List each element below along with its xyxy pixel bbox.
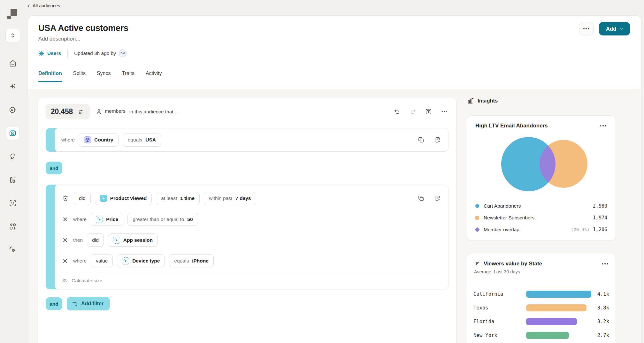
page-title[interactable]: USA Active customers [38, 23, 128, 33]
event-cursor-icon [122, 257, 129, 264]
did-label: did [92, 237, 99, 243]
calculate-size-label: Calculate size [72, 278, 103, 284]
condition-row-event: did Product viewed [55, 187, 448, 209]
event-cursor-icon [113, 237, 120, 244]
duplicate-condition-button[interactable] [417, 136, 425, 144]
builder-more-button[interactable] [440, 107, 448, 116]
entity-label: Users [47, 50, 61, 56]
operator-chip-equals-usa[interactable]: equals USA [123, 133, 161, 147]
audiences-icon [9, 129, 17, 137]
workspace-switcher[interactable] [5, 28, 20, 43]
operator-text: equals [174, 258, 189, 264]
operator-chip-gte-50[interactable]: greater than or equal to 50 [127, 213, 198, 226]
sidebar-item-identity[interactable] [6, 197, 19, 210]
did-chip[interactable]: did [87, 233, 104, 247]
window-text: within past [209, 195, 232, 201]
ellipsis-icon [441, 108, 448, 115]
calculate-size-button[interactable]: Calculate size [55, 272, 448, 289]
tab-traits[interactable]: Traits [122, 71, 134, 82]
tab-splits[interactable]: Splits [73, 71, 86, 82]
legend-label: Cart Abandoners [484, 203, 521, 209]
tab-definition[interactable]: Definition [38, 71, 62, 82]
tab-activity[interactable]: Activity [146, 71, 162, 82]
remove-condition-button[interactable] [61, 257, 69, 265]
value-chip[interactable]: value [91, 254, 113, 267]
sidebar-item-audiences[interactable] [6, 127, 19, 140]
value-label: value [96, 258, 108, 264]
legend-row: Newsletter Subscribers 1,974 [475, 212, 607, 224]
sidebar-item-home[interactable] [6, 57, 19, 70]
dot [583, 28, 585, 29]
description-placeholder[interactable]: Add description... [38, 36, 80, 42]
save-as-note-button[interactable] [433, 136, 442, 144]
bars-card-title: Viewers value by State [484, 261, 542, 267]
person-icon [96, 108, 102, 115]
bar-label: Texas [473, 305, 526, 311]
bar-florida [526, 318, 577, 325]
bar-row: Florida 3.2k [473, 315, 609, 328]
members-link[interactable]: members [105, 108, 126, 115]
sidebar-item-ai[interactable] [6, 80, 19, 93]
remove-condition-button[interactable] [61, 236, 69, 244]
add-filter-button[interactable]: Add filter [67, 297, 110, 310]
ai-sparkle-icon [9, 82, 17, 91]
event-cursor-icon [96, 216, 103, 223]
header-more-button[interactable] [579, 22, 594, 35]
duplicate-condition-button[interactable] [417, 194, 425, 202]
sidebar-item-journeys[interactable] [6, 103, 19, 116]
bar-label: California [473, 291, 526, 297]
chip-label: Country [94, 137, 113, 143]
bars-card-more-button[interactable] [601, 262, 610, 266]
property-chip-country[interactable]: Country [79, 133, 118, 147]
note-plus-icon [434, 136, 441, 143]
bars-card-subtitle: Average, Last 30 days [474, 269, 609, 274]
save-as-note-button[interactable] [433, 194, 442, 202]
property-chip-device-type[interactable]: Device type [117, 254, 165, 267]
and-connector-bottom[interactable]: and [46, 297, 62, 310]
operator-text: greater than or equal to [133, 217, 184, 222]
avatar: DM [119, 50, 126, 57]
divider [67, 49, 68, 58]
redo-button[interactable] [409, 107, 417, 116]
sidebar-item-integrations[interactable] [6, 220, 19, 233]
condition-row-app-session: then did [55, 230, 448, 250]
event-chip-product-viewed[interactable]: Product viewed [95, 192, 152, 205]
sidebar-item-traits[interactable] [6, 150, 19, 163]
did-chip[interactable]: did [74, 192, 91, 205]
home-icon [9, 59, 17, 67]
property-chip-price[interactable]: Price [91, 213, 123, 226]
bar-new-york [526, 332, 569, 339]
chip-label: Price [106, 217, 118, 222]
time-window-chip[interactable]: within past 7 days [204, 192, 256, 205]
event-cursor-icon [100, 195, 107, 202]
entity-users-link[interactable]: Users [38, 50, 61, 57]
legend-label: Member overlap [484, 227, 519, 232]
undo-button[interactable] [393, 107, 402, 116]
row-prefix: then [73, 237, 83, 243]
tab-syncs[interactable]: Syncs [97, 71, 111, 82]
venn-card-more-button[interactable] [599, 124, 608, 128]
remove-condition-button[interactable] [61, 216, 69, 223]
workspace: 20,458 members in this audience that [28, 89, 641, 343]
delete-group-button[interactable] [61, 194, 70, 202]
chevron-up-down-icon [9, 32, 17, 39]
add-button[interactable]: Add [599, 22, 630, 35]
frequency-chip[interactable]: at least 1 time [156, 192, 200, 205]
breadcrumb-back[interactable]: All audiences [26, 3, 60, 8]
save-template-button[interactable] [424, 107, 433, 116]
operator-chip-equals-iphone[interactable]: equals iPhone [169, 254, 213, 267]
condition-group-2: did Product viewed [46, 185, 448, 289]
row-prefix: where [73, 258, 87, 264]
insights-title: Insights [478, 98, 498, 104]
and-connector[interactable]: and [46, 162, 62, 174]
audience-builder-panel: 20,458 members in this audience that [38, 97, 456, 343]
app-logo [7, 9, 18, 20]
sidebar-item-actions[interactable] [6, 243, 19, 256]
refresh-count-button[interactable] [77, 108, 85, 116]
bar-row: Texas 3.8k [473, 301, 609, 315]
venn-legend: Cart Abandoners 2,980 Newsletter Subscri… [475, 200, 607, 235]
event-chip-app-session[interactable]: App session [108, 233, 158, 247]
sidebar-item-analytics[interactable] [6, 173, 19, 186]
bar-chart-plus-icon [9, 176, 17, 184]
journeys-icon [9, 106, 17, 114]
